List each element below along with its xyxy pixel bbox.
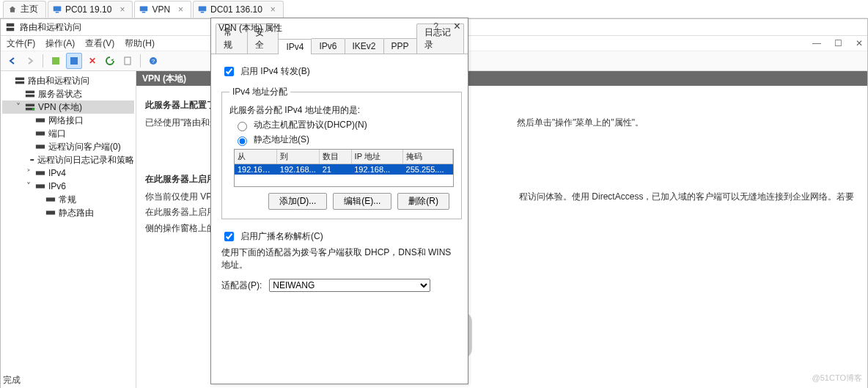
adapter-label: 适配器(P):: [221, 279, 262, 292]
node-icon: [45, 195, 56, 204]
adapter-select[interactable]: NEIWANG: [269, 279, 430, 292]
tree-label: 路由和远程访问: [28, 75, 89, 87]
button-label: 删除(R): [408, 196, 438, 206]
top-tab-home[interactable]: 主页: [3, 1, 46, 18]
chevron-down-icon[interactable]: ˅: [24, 181, 32, 191]
tab-label: IPv4: [286, 42, 304, 52]
server-icon: [25, 103, 35, 111]
menu-help[interactable]: 帮助(H): [125, 37, 155, 50]
svg-rect-14: [15, 81, 24, 84]
svg-rect-23: [31, 159, 34, 161]
node-icon: [35, 182, 45, 191]
svg-rect-25: [36, 184, 45, 188]
svg-rect-8: [52, 57, 59, 65]
svg-rect-2: [140, 6, 148, 11]
edit-button[interactable]: 编辑(E)...: [333, 193, 391, 210]
toolbar-properties-button[interactable]: [120, 54, 135, 68]
ipv4-address-assignment-group: IPv4 地址分配 此服务器分配 IPv4 地址使用的是: 动态主机配置协议(D…: [221, 86, 462, 219]
close-icon[interactable]: ✕: [856, 38, 863, 48]
svg-rect-21: [36, 131, 45, 135]
tab-ikev2[interactable]: IKEv2: [345, 38, 384, 54]
col-from: 从: [235, 150, 277, 164]
col-to: 到: [277, 150, 320, 164]
toolbar-refresh-button[interactable]: [48, 54, 63, 68]
node-icon: [35, 169, 45, 177]
tree-network-interfaces[interactable]: 网络接口: [2, 114, 134, 127]
tree-label: 网络接口: [48, 114, 84, 127]
toolbar-delete-button[interactable]: ✕: [85, 54, 100, 68]
tree-ipv6-general[interactable]: 常规: [2, 193, 134, 206]
dialog-close-button[interactable]: ×: [454, 20, 460, 33]
node-icon: [30, 155, 34, 164]
chevron-down-icon[interactable]: ˅: [14, 102, 22, 112]
tree-root[interactable]: 路由和远程访问: [2, 74, 134, 87]
tab-ppp[interactable]: PPP: [383, 38, 417, 54]
svg-rect-9: [70, 57, 78, 65]
toolbar-help-button[interactable]: ?: [146, 54, 161, 68]
enable-broadcast-label: 启用广播名称解析(C): [240, 230, 323, 243]
static-pool-radio[interactable]: [238, 136, 247, 146]
table-row[interactable]: 192.168.... 192.168... 21 192.168... 255…: [235, 164, 453, 175]
button-label: 添加(D)...: [279, 196, 317, 206]
tab-ipv4[interactable]: IPv4: [278, 39, 312, 54]
menu-view[interactable]: 查看(V): [85, 37, 114, 50]
add-button[interactable]: 添加(D)...: [268, 193, 328, 210]
svg-rect-13: [15, 78, 24, 81]
tab-label: PPP: [391, 41, 409, 51]
cell-mask: 255.255....: [403, 164, 454, 175]
tab-label: IKEv2: [353, 41, 376, 51]
svg-rect-6: [7, 23, 15, 26]
cell-to: 192.168...: [277, 164, 320, 175]
address-pool-table[interactable]: 从 到 数目 IP 地址 掩码 192.168.... 192.168... 2…: [234, 149, 454, 187]
tree-label: 远程访问客户端(0): [48, 141, 121, 153]
svg-rect-0: [54, 6, 62, 11]
tree-label: 远程访问日志记录和策略: [37, 154, 134, 166]
tree-ports[interactable]: 端口: [2, 127, 134, 140]
svg-rect-4: [199, 6, 207, 11]
tab-ipv6[interactable]: IPv6: [311, 38, 345, 54]
dialog-title-text: VPN (本地) 属性: [218, 22, 282, 34]
dhcp-radio[interactable]: [238, 122, 247, 131]
tree-ipv6[interactable]: ˅IPv6: [2, 180, 134, 193]
tree-label: IPv4: [48, 168, 66, 178]
back-button[interactable]: [5, 54, 20, 68]
close-icon[interactable]: ×: [271, 4, 276, 15]
tree-ipv4[interactable]: ˃IPv4: [2, 166, 134, 180]
top-tab-vpn[interactable]: VPN ×: [134, 1, 191, 18]
button-label: 编辑(E)...: [344, 196, 380, 206]
minimize-icon[interactable]: —: [812, 38, 821, 48]
maximize-icon[interactable]: ☐: [834, 38, 842, 48]
svg-rect-17: [26, 104, 34, 107]
toolbar-refresh2-button[interactable]: [103, 54, 117, 68]
close-icon[interactable]: ×: [119, 4, 125, 15]
server-icon: [25, 89, 35, 98]
tree-vpn-local[interactable]: ˅VPN (本地): [2, 100, 134, 114]
forward-button[interactable]: [23, 54, 37, 68]
top-tab-label: 主页: [21, 3, 38, 15]
svg-rect-10: [125, 57, 130, 65]
enable-broadcast-checkbox[interactable]: [224, 232, 234, 241]
delete-button[interactable]: 删除(R): [397, 193, 449, 210]
tree-server-status[interactable]: 服务器状态: [2, 87, 134, 100]
toolbar-separator: [140, 54, 141, 67]
properties-dialog: VPN (本地) 属性 ? × 常规 安全 IPv4 IPv6 IKEv2 PP…: [210, 18, 468, 384]
svg-rect-5: [201, 12, 205, 13]
node-icon: [35, 116, 45, 125]
toolbar-details-button[interactable]: [66, 53, 82, 69]
close-icon[interactable]: ×: [178, 4, 183, 15]
toolbar-separator: [43, 54, 43, 67]
svg-rect-16: [26, 95, 34, 98]
tree-ipv6-static-route[interactable]: 静态路由: [2, 206, 134, 219]
dialog-help-button[interactable]: ?: [433, 21, 438, 32]
tree-remote-logging[interactable]: 远程访问日志记录和策略: [2, 153, 134, 166]
top-tab-dc01[interactable]: DC01 136.10 ×: [193, 1, 284, 18]
menu-file[interactable]: 文件(F): [7, 37, 35, 50]
tree-remote-clients[interactable]: 远程访问客户端(0): [2, 140, 134, 153]
top-tab-pc01[interactable]: PC01 19.10 ×: [48, 1, 133, 18]
node-icon: [35, 129, 45, 138]
menu-action[interactable]: 操作(A): [45, 37, 75, 50]
chevron-right-icon[interactable]: ˃: [24, 168, 32, 178]
dialog-title-bar: VPN (本地) 属性 ? ×: [211, 18, 468, 37]
enable-ipv4-forwarding-checkbox[interactable]: [224, 67, 234, 76]
top-tab-label: PC01 19.10: [65, 4, 111, 15]
